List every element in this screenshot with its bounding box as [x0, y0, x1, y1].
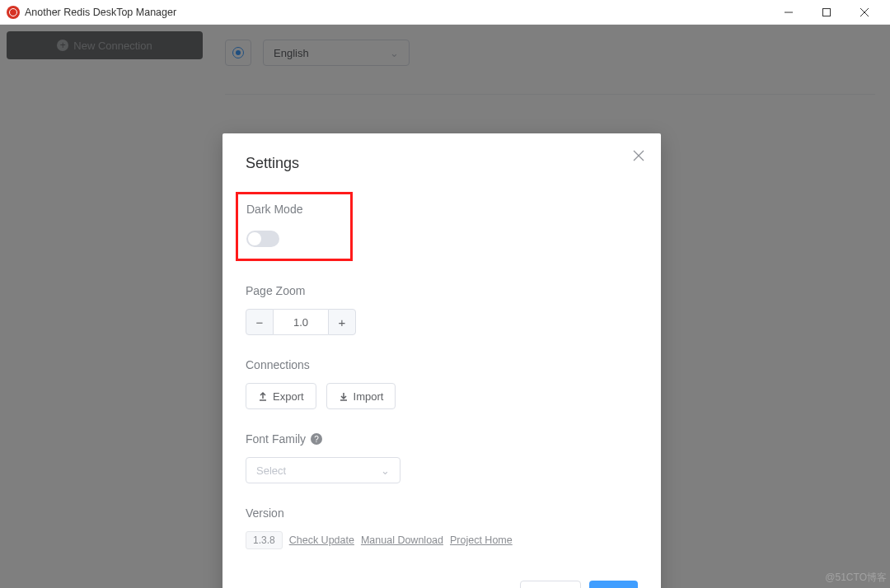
page-zoom-label: Page Zoom — [246, 284, 638, 297]
app-body: + New Connection English ⌄ Settings Dark… — [0, 25, 890, 588]
export-label: Export — [273, 390, 304, 403]
connections-label: Connections — [246, 358, 638, 371]
manual-download-link[interactable]: Manual Download — [361, 534, 443, 546]
upload-icon — [258, 391, 268, 401]
page-zoom-stepper[interactable]: − 1.0 + — [246, 309, 356, 335]
font-family-select[interactable]: Select ⌄ — [246, 457, 400, 483]
check-update-link[interactable]: Check Update — [289, 534, 354, 546]
export-button[interactable]: Export — [246, 383, 316, 409]
version-row: 1.3.8 Check Update Manual Download Proje… — [246, 531, 638, 549]
minimize-button[interactable] — [770, 0, 808, 25]
app-title: Another Redis DeskTop Manager — [25, 7, 176, 18]
font-family-text: Font Family — [246, 432, 306, 446]
import-button[interactable]: Import — [326, 383, 396, 409]
settings-modal: Settings Dark Mode Page Zoom − 1.0 + Con… — [222, 133, 661, 588]
window-controls — [770, 0, 883, 25]
dark-mode-highlight: Dark Mode — [236, 192, 353, 261]
chevron-down-icon: ⌄ — [381, 464, 390, 477]
zoom-decrease-button[interactable]: − — [246, 309, 274, 335]
zoom-value: 1.0 — [274, 309, 328, 335]
font-family-label: Font Family ? — [246, 432, 638, 446]
version-label: Version — [246, 506, 638, 520]
modal-title: Settings — [246, 155, 638, 172]
watermark: @51CTO博客 — [825, 571, 887, 585]
connections-buttons: Export Import — [246, 383, 638, 409]
dark-mode-toggle[interactable] — [246, 231, 279, 247]
download-icon — [339, 391, 349, 401]
titlebar: Another Redis DeskTop Manager — [0, 0, 890, 25]
import-label: Import — [354, 390, 384, 403]
ok-button[interactable]: OK — [589, 581, 638, 588]
cancel-button[interactable]: Cancel — [520, 581, 581, 588]
modal-close-button[interactable] — [633, 150, 644, 165]
project-home-link[interactable]: Project Home — [450, 534, 513, 546]
modal-footer: Cancel OK — [246, 581, 638, 588]
zoom-increase-button[interactable]: + — [328, 309, 356, 335]
version-badge: 1.3.8 — [246, 531, 283, 549]
app-icon — [7, 6, 20, 19]
font-family-placeholder: Select — [256, 464, 286, 477]
maximize-button[interactable] — [808, 0, 846, 25]
dark-mode-label: Dark Mode — [246, 203, 342, 216]
help-icon[interactable]: ? — [311, 433, 322, 445]
svg-rect-1 — [823, 8, 831, 16]
close-button[interactable] — [846, 0, 883, 25]
